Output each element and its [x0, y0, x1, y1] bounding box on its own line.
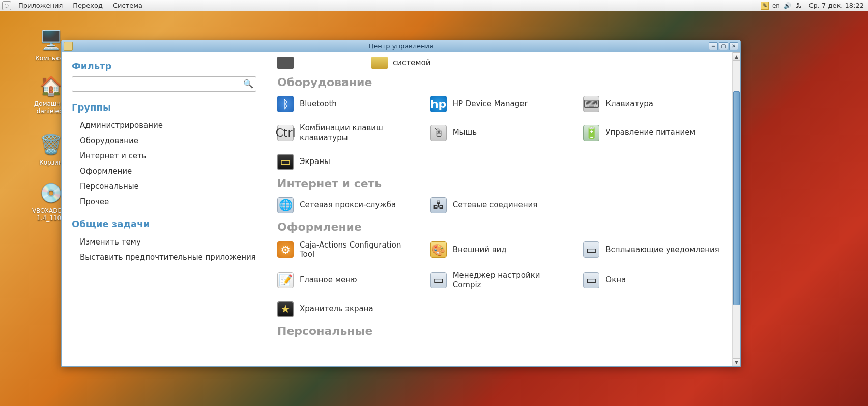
keyboard-layout-indicator[interactable]: en [772, 2, 780, 10]
settings-item-label: HP Device Manager [453, 99, 528, 109]
sidebar-group-item[interactable]: Оформление [72, 164, 256, 179]
sidebar-group-item[interactable]: Оборудование [72, 133, 256, 148]
settings-item-label: Внешний вид [453, 245, 507, 255]
settings-item-label: Bluetooth [300, 99, 337, 109]
tasks-heading: Общие задачи [72, 219, 256, 229]
settings-item-icon: 🖧 [430, 197, 447, 213]
filter-heading: Фильтр [72, 61, 256, 71]
settings-item-icon: ᛒ [277, 96, 294, 112]
settings-item[interactable]: ▭Всплывающие уведомления [583, 240, 722, 260]
scroll-down-button[interactable]: ▼ [733, 358, 740, 366]
panel-menu-places[interactable]: Переход [68, 1, 108, 10]
settings-item-icon: ▭ [277, 154, 294, 170]
settings-item[interactable]: 🖱Мышь [430, 123, 569, 143]
scroll-thumb[interactable] [733, 91, 740, 305]
settings-item[interactable]: CtrlКомбинации клавиш клавиатуры [277, 123, 416, 143]
sidebar: Фильтр 🔍 Группы АдминистрированиеОборудо… [62, 52, 266, 366]
minimize-button[interactable]: ━ [709, 42, 718, 50]
settings-item-icon: 📝 [277, 272, 294, 288]
close-button[interactable]: ✕ [729, 42, 738, 50]
sidebar-group-item[interactable]: Администрирование [72, 118, 256, 133]
settings-item[interactable]: 🎨Внешний вид [430, 240, 569, 260]
settings-item[interactable]: ▭Менеджер настройки Compiz [430, 270, 569, 290]
sidebar-group-item[interactable]: Прочее [72, 194, 256, 209]
gear-icon [371, 57, 388, 69]
settings-item[interactable]: 🖧Сетевые соединения [430, 197, 569, 213]
settings-item-icon: ▭ [583, 241, 599, 258]
section-title: Персональные [277, 324, 722, 337]
panel-menu-system[interactable]: Система [108, 1, 148, 10]
desktop-glyph-icon: 💿 [39, 181, 63, 205]
scroll-up-button[interactable]: ▲ [733, 52, 740, 61]
settings-item-label: Клавиатура [605, 99, 653, 109]
settings-item[interactable]: ▭Экраны [277, 154, 416, 170]
settings-item[interactable]: 📝Главное меню [277, 270, 416, 290]
vertical-scrollbar[interactable]: ▲ ▼ [732, 52, 740, 366]
settings-item-icon: ⚙ [277, 241, 294, 258]
settings-item-icon: ⌨ [583, 96, 599, 112]
settings-item-icon: 🖱 [430, 125, 447, 141]
settings-item-label: Главное меню [300, 275, 357, 285]
desktop-glyph-icon: 🖥️ [39, 28, 63, 52]
clock[interactable]: Ср, 7 дек, 18:22 [805, 2, 864, 9]
scroll-track[interactable] [733, 61, 740, 358]
settings-item[interactable]: ᛒBluetooth [277, 96, 416, 112]
section-title: Оборудование [277, 76, 722, 89]
settings-item-label: Caja-Actions Configuration Tool [300, 240, 416, 260]
section-title: Оформление [277, 221, 722, 233]
settings-item-label: Всплывающие уведомления [605, 245, 719, 255]
section-title: Интернет и сеть [277, 177, 722, 190]
network-tray-icon[interactable]: 🖧 [794, 2, 802, 10]
settings-item[interactable]: ▭Окна [583, 270, 722, 290]
settings-item-icon: ★ [277, 301, 294, 317]
settings-item[interactable]: 🔋Управление питанием [583, 123, 722, 143]
window-title: Центр управления [62, 42, 740, 50]
system-tray: ✎ en 🔊 🖧 Ср, 7 дек, 18:22 [761, 2, 866, 10]
settings-item-icon: 🎨 [430, 241, 447, 258]
partial-label: системой [393, 58, 430, 67]
sidebar-group-item[interactable]: Интернет и сеть [72, 148, 256, 164]
control-center-window: Центр управления ━ ▢ ✕ Фильтр 🔍 Группы А… [61, 40, 741, 367]
notes-tray-icon[interactable]: ✎ [761, 2, 769, 10]
settings-item-icon: ▭ [583, 272, 599, 288]
desktop-glyph-icon: 🏠 [39, 74, 63, 98]
settings-item[interactable]: hpHP Device Manager [430, 96, 569, 112]
groups-heading: Группы [72, 102, 256, 113]
desktop-glyph-icon: 🗑️ [39, 132, 63, 157]
maximize-button[interactable]: ▢ [719, 42, 728, 50]
search-icon: 🔍 [243, 79, 253, 89]
settings-item-label: Мышь [453, 128, 477, 138]
window-titlebar[interactable]: Центр управления ━ ▢ ✕ [62, 40, 740, 52]
sidebar-task-item[interactable]: Выставить предпочтительные приложения [72, 250, 256, 265]
sidebar-group-item[interactable]: Персональные [72, 179, 256, 194]
settings-item[interactable]: ⌨Клавиатура [583, 96, 722, 112]
settings-item-icon: ▭ [430, 272, 447, 288]
settings-item-label: Комбинации клавиш клавиатуры [300, 123, 416, 143]
search-input[interactable] [72, 76, 256, 92]
settings-item-label: Сетевая прокси-служба [300, 200, 396, 210]
printer-icon [277, 57, 294, 69]
settings-item-label: Хранитель экрана [300, 304, 373, 314]
partial-item[interactable]: системой [371, 57, 430, 69]
settings-item-label: Экраны [300, 157, 330, 167]
window-app-icon [64, 42, 73, 51]
sidebar-task-item[interactable]: Изменить тему [72, 234, 256, 250]
settings-item-icon: 🌐 [277, 197, 294, 213]
settings-item[interactable]: 🌐Сетевая прокси-служба [277, 197, 416, 213]
settings-item-icon: Ctrl [277, 125, 294, 141]
settings-item-icon: 🔋 [583, 125, 599, 141]
volume-tray-icon[interactable]: 🔊 [783, 2, 791, 10]
settings-item-label: Сетевые соединения [453, 200, 538, 210]
system-panel: ◌ Приложения Переход Система ✎ en 🔊 🖧 Ср… [0, 0, 868, 11]
content-area: —системойОборудованиеᛒBluetoothhpHP Devi… [266, 52, 732, 366]
settings-item-icon: hp [430, 96, 447, 112]
distro-logo-icon: ◌ [2, 1, 11, 10]
panel-menu-applications[interactable]: Приложения [13, 1, 68, 10]
settings-item-label: Менеджер настройки Compiz [453, 270, 569, 290]
settings-item-label: Окна [605, 275, 626, 285]
settings-item-label: Управление питанием [605, 128, 695, 138]
partial-item[interactable]: — [277, 57, 306, 69]
settings-item[interactable]: ★Хранитель экрана [277, 301, 416, 317]
settings-item[interactable]: ⚙Caja-Actions Configuration Tool [277, 240, 416, 260]
